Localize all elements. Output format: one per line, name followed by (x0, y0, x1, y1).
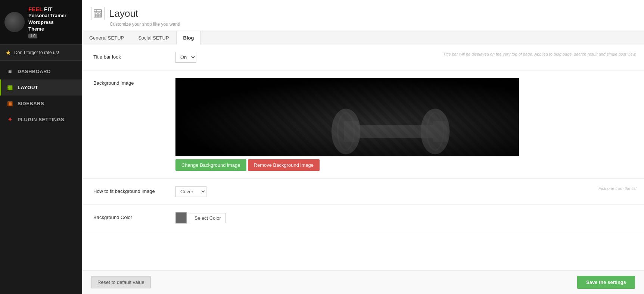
background-image-inner: Background image (93, 78, 633, 171)
page-title: Layout (109, 8, 138, 19)
sidebar-item-layout[interactable]: ▦ LAYOUT (0, 79, 82, 96)
sidebars-icon: ▣ (6, 100, 14, 107)
page-header: Layout Customize your shop like you want… (82, 0, 644, 31)
svg-rect-4 (98, 13, 100, 15)
dashboard-icon: ≡ (6, 68, 14, 75)
color-picker-row: Select Color (175, 212, 633, 223)
background-image-dark-overlay (175, 78, 519, 156)
remove-background-button[interactable]: Remove Background image (248, 159, 320, 171)
svg-rect-10 (344, 121, 358, 142)
svg-rect-3 (95, 13, 97, 15)
logo-brand: FEEL FIT (28, 6, 66, 12)
background-color-control: Select Color (175, 212, 633, 223)
svg-rect-5 (95, 15, 97, 17)
tab-social-setup[interactable]: Social SETUP (131, 31, 176, 44)
sidebar-item-label-plugin: PLUGIN SETTINGS (18, 117, 64, 122)
layout-icon: ▦ (6, 84, 14, 91)
select-color-button[interactable]: Select Color (190, 213, 226, 223)
background-image-control: Change Background image Remove Backgroun… (175, 78, 633, 171)
logo-tagline: Personal TrainerWordpressTheme (28, 12, 66, 33)
rate-notice: ★ Don`t forget to rate us! (0, 45, 82, 61)
background-image-buttons: Change Background image Remove Backgroun… (175, 159, 633, 171)
fit-background-select[interactable]: Cover Contain Auto Stretch (176, 187, 206, 197)
sidebar-item-label-dashboard: DASHBOARD (18, 69, 51, 74)
logo-circle (4, 12, 25, 32)
change-background-button[interactable]: Change Background image (175, 159, 246, 171)
svg-rect-11 (433, 121, 448, 142)
star-icon: ★ (5, 49, 11, 57)
svg-rect-6 (98, 15, 100, 17)
main-content: Layout Customize your shop like you want… (82, 0, 644, 294)
tab-blog[interactable]: Blog (176, 31, 201, 44)
rate-text: Don`t forget to rate us! (14, 50, 59, 55)
sidebar-item-sidebars[interactable]: ▣ SIDEBARS (0, 96, 82, 112)
page-subtitle: Customize your shop like you want! (91, 22, 635, 27)
tabs-bar: General SETUP Social SETUP Blog (82, 31, 644, 44)
tab-general-setup[interactable]: General SETUP (82, 31, 131, 44)
tab-content: Title bar look On Off Title bar will be … (82, 44, 644, 270)
title-bar-look-select[interactable]: On Off (176, 52, 196, 62)
logo-feel: FEEL (28, 6, 43, 12)
logo-image (4, 12, 25, 32)
sidebar: FEEL FIT Personal TrainerWordpressTheme … (0, 0, 82, 294)
title-bar-look-label: Title bar look (93, 52, 175, 60)
background-image-preview (175, 78, 519, 156)
title-bar-look-row: Title bar look On Off Title bar will be … (82, 44, 644, 71)
footer-bar: Reset to default value Save the settings (82, 270, 644, 294)
sidebar-nav: ≡ DASHBOARD ▦ LAYOUT ▣ SIDEBARS ✦ PLUGIN… (0, 61, 82, 294)
title-bar-look-select-wrapper: On Off (175, 52, 196, 63)
logo-fit: FIT (44, 6, 53, 12)
fit-background-hint: Pick one from the list (598, 186, 637, 191)
sidebar-item-label-sidebars: SIDEBARS (18, 101, 44, 106)
title-bar-look-hint: Title bar will be displayed on the very … (443, 52, 637, 56)
background-color-label: Background Color (93, 212, 175, 220)
reset-button[interactable]: Reset to default value (91, 276, 151, 288)
fit-background-label: How to fit background image (93, 186, 175, 194)
gym-silhouette-svg (302, 82, 489, 156)
color-swatch[interactable] (175, 212, 187, 223)
background-image-row: Background image (82, 71, 644, 179)
save-button[interactable]: Save the settings (577, 276, 635, 289)
fit-background-select-wrapper: Cover Contain Auto Stretch (175, 186, 206, 197)
version-badge: 1.0 (28, 34, 37, 38)
page-icon (91, 7, 105, 20)
sidebar-item-plugin-settings[interactable]: ✦ PLUGIN SETTINGS (0, 112, 82, 128)
fit-background-control: Cover Contain Auto Stretch (175, 186, 633, 197)
background-image-label: Background image (93, 78, 175, 86)
sidebar-logo: FEEL FIT Personal TrainerWordpressTheme … (0, 0, 82, 45)
fit-background-row: How to fit background image Cover Contai… (82, 179, 644, 205)
sidebar-item-dashboard[interactable]: ≡ DASHBOARD (0, 64, 82, 79)
page-header-top: Layout (91, 7, 635, 20)
background-color-row: Background Color Select Color (82, 205, 644, 231)
plugin-icon: ✦ (6, 116, 14, 123)
sidebar-item-label-layout: LAYOUT (18, 85, 38, 90)
